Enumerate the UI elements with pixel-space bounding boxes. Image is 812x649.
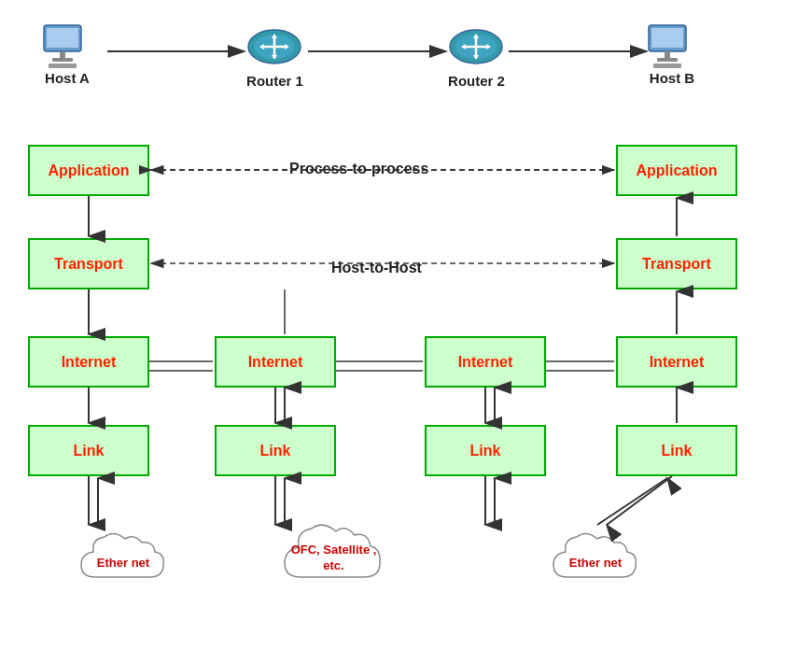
transport-b-box: Transport: [616, 238, 737, 289]
svg-rect-9: [653, 63, 681, 68]
svg-rect-4: [49, 63, 77, 68]
svg-rect-7: [665, 51, 670, 59]
transport-a-box: Transport: [28, 238, 149, 289]
host-a-label: Host A: [45, 70, 90, 86]
host-b-label: Host B: [650, 70, 694, 86]
link-a-box: Link: [28, 425, 149, 476]
cloud-a: Ether net: [77, 526, 170, 600]
cloud-b: Ether net: [549, 526, 642, 600]
diagram: Host A Host B Router 1: [0, 0, 812, 649]
router-1-label: Router 1: [246, 73, 303, 89]
svg-rect-8: [657, 58, 678, 62]
host-a-icon: Host A: [39, 23, 95, 86]
router-1-icon: Router 1: [245, 26, 305, 89]
host-label: Host-to-Host: [331, 260, 422, 276]
link-r2-box: Link: [425, 425, 546, 476]
svg-rect-6: [651, 28, 683, 48]
svg-line-54: [597, 478, 667, 525]
internet-r1-box: Internet: [215, 336, 336, 388]
svg-rect-3: [52, 58, 73, 62]
host-b-icon: Host B: [644, 23, 700, 86]
router-2-icon: Router 2: [446, 26, 507, 89]
internet-a-box: Internet: [28, 336, 149, 388]
app-b-box: Application: [616, 145, 737, 196]
svg-line-53: [607, 476, 672, 525]
link-r1-box: Link: [215, 425, 336, 476]
internet-b-box: Internet: [616, 336, 737, 388]
link-b-box: Link: [616, 425, 737, 476]
svg-rect-1: [47, 28, 78, 48]
router-2-label: Router 2: [448, 73, 505, 89]
svg-rect-2: [60, 51, 65, 59]
process-label: Process-to-process: [289, 161, 428, 177]
cloud-mid: OFC, Satellite , etc.: [280, 516, 387, 600]
app-a-box: Application: [28, 145, 149, 196]
internet-r2-box: Internet: [425, 336, 546, 388]
